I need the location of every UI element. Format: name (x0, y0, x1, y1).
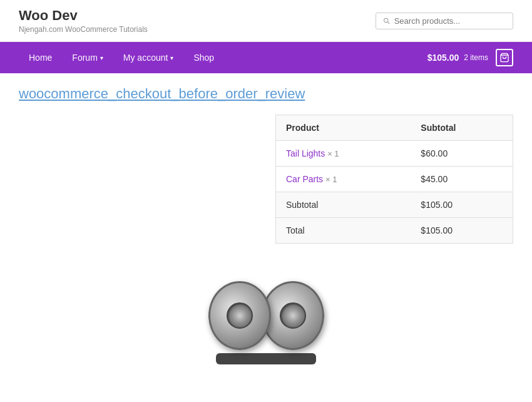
product-qty-tail-lights: × 1 (327, 149, 339, 158)
total-row: Total $105.00 (276, 218, 513, 244)
speakers-image (208, 281, 324, 364)
speaker-base (216, 353, 316, 364)
site-tagline: Njengah.com WooCommerce Tutorials (19, 25, 148, 34)
cart-info: $105.00 2 items (427, 53, 488, 63)
product-image-area (19, 262, 513, 364)
site-header: Woo Dev Njengah.com WooCommerce Tutorial… (0, 0, 532, 42)
subtotal-value: $105.00 (411, 192, 513, 218)
cart-count: 2 items (464, 53, 488, 62)
subtotal-label: Subtotal (276, 192, 411, 218)
site-title: Woo Dev (19, 8, 148, 24)
table-header-row: Product Subtotal (276, 115, 513, 141)
col-product: Product (276, 115, 411, 141)
col-subtotal: Subtotal (411, 115, 513, 141)
search-icon (382, 16, 391, 25)
main-content: woocommerce_checkout_before_order_review… (0, 73, 532, 377)
table-row: Car Parts × 1 $45.00 (276, 167, 513, 192)
forum-chevron-icon: ▾ (100, 54, 103, 61)
product-name-cell: Car Parts × 1 (276, 167, 411, 192)
site-branding: Woo Dev Njengah.com WooCommerce Tutorial… (19, 8, 148, 34)
total-value: $105.00 (411, 218, 513, 244)
product-price-tail-lights: $60.00 (411, 141, 513, 167)
search-input[interactable] (394, 16, 506, 26)
speakers-row (208, 281, 324, 350)
nav-item-shop[interactable]: Shop (183, 42, 224, 73)
product-price-car-parts: $45.00 (411, 167, 513, 192)
product-qty-car-parts: × 1 (325, 175, 337, 184)
product-name-cell: Tail Lights × 1 (276, 141, 411, 167)
myaccount-chevron-icon: ▾ (170, 54, 173, 61)
nav-right: $105.00 2 items (427, 49, 513, 66)
hook-title: woocommerce_checkout_before_order_review (19, 86, 513, 102)
nav-item-forum[interactable]: Forum ▾ (62, 42, 113, 73)
subtotal-row: Subtotal $105.00 (276, 192, 513, 218)
cart-bag-icon (499, 53, 509, 63)
product-link-car-parts[interactable]: Car Parts (286, 174, 323, 184)
cart-amount: $105.00 (427, 53, 459, 63)
total-label: Total (276, 218, 411, 244)
speaker-right (262, 281, 324, 350)
speaker-left (208, 281, 271, 350)
order-review-wrapper: Product Subtotal Tail Lights × 1 $60.00 … (19, 115, 513, 244)
nav-left: Home Forum ▾ My account ▾ Shop (19, 42, 224, 73)
nav-item-home[interactable]: Home (19, 42, 62, 73)
order-table: Product Subtotal Tail Lights × 1 $60.00 … (275, 115, 513, 244)
product-link-tail-lights[interactable]: Tail Lights (286, 148, 325, 158)
table-row: Tail Lights × 1 $60.00 (276, 141, 513, 167)
search-form (376, 13, 513, 29)
cart-icon-button[interactable] (496, 49, 513, 66)
nav-item-myaccount[interactable]: My account ▾ (113, 42, 184, 73)
main-nav: Home Forum ▾ My account ▾ Shop $105.00 2… (0, 42, 532, 73)
